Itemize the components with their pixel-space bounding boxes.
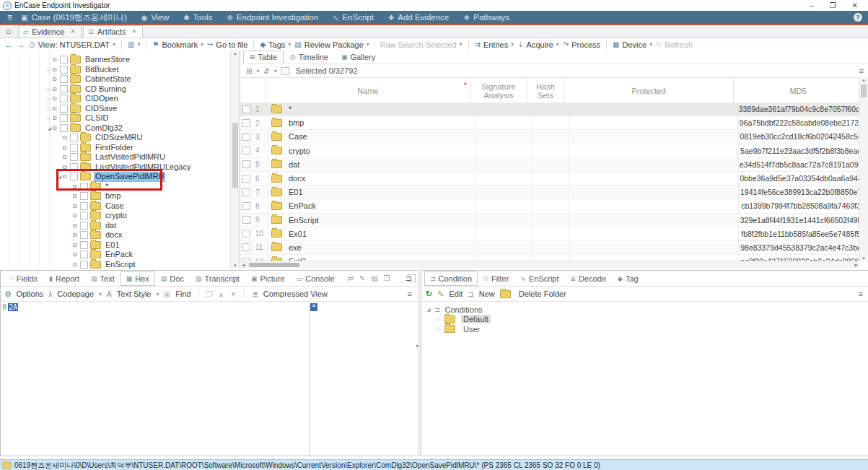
delete-folder-label[interactable]: Delete Folder	[519, 290, 566, 298]
forward-button[interactable]: →	[17, 40, 25, 50]
expand-arrow-icon[interactable]: ▷	[46, 65, 53, 75]
tree-checkbox[interactable]	[60, 85, 68, 93]
table-view-tab[interactable]: ⊞ Table	[243, 51, 284, 64]
expand-arrow-icon[interactable]: ▷	[436, 316, 442, 322]
options-label[interactable]: Options	[16, 290, 43, 298]
expand-arrow-icon[interactable]: ▷	[436, 326, 442, 332]
tree-checkbox[interactable]	[80, 202, 88, 210]
set-include-icon[interactable]: D	[53, 55, 60, 65]
scroll-down-icon[interactable]: ▼	[231, 264, 240, 268]
home-icon[interactable]: ⌂	[6, 26, 11, 36]
set-include-icon[interactable]: D	[53, 84, 60, 95]
compressed-view-icon[interactable]: ≣	[252, 290, 258, 298]
set-include-icon[interactable]: D	[53, 74, 60, 84]
tree-checkbox[interactable]	[80, 231, 88, 239]
tree-checkbox[interactable]	[80, 212, 88, 219]
restore-button[interactable]: ❐	[830, 1, 836, 9]
tree-item[interactable]: ▷ D CLSID	[0, 113, 231, 123]
table-row[interactable]: 10 Ex01 fb8f2fbb1e11bb585fa85ee5e7485f52	[240, 227, 859, 241]
row-checkbox[interactable]	[242, 175, 250, 183]
scrollbar-thumb[interactable]	[861, 84, 867, 97]
tree-checkbox[interactable]	[80, 222, 88, 230]
tree-checkbox[interactable]	[60, 114, 68, 122]
table-row[interactable]: 7 E01 19414fe56ce389913ca22b0f8850e71	[240, 186, 859, 199]
set-include-icon[interactable]: D	[73, 191, 80, 201]
doc-tab[interactable]: ▱ Evidence ✕	[18, 25, 82, 38]
set-include-icon[interactable]: D	[73, 230, 80, 240]
menu-item[interactable]: ✚ Add Evidence	[388, 13, 449, 22]
tree-item[interactable]: D BannerStore	[0, 55, 231, 65]
table-row[interactable]: 4 crypto 5ae9b7f211e23aac3df5f2b8f3b8ead…	[240, 144, 859, 158]
scrollbar-thumb[interactable]	[249, 263, 299, 267]
entries-button[interactable]: ⇉ Entries ▾	[475, 40, 514, 49]
tree-item-label[interactable]: EnScript	[104, 260, 137, 269]
edit-label[interactable]: Edit	[449, 290, 463, 298]
tree-item[interactable]: D Case	[0, 201, 231, 212]
set-include-icon[interactable]: D	[63, 143, 70, 153]
tree-item[interactable]: D E01	[0, 240, 231, 251]
tree-item-label[interactable]: CIDSizeMRU	[94, 133, 144, 143]
tree-checkbox[interactable]	[60, 56, 68, 64]
hamburger-icon[interactable]: ≡	[7, 12, 12, 22]
condition-folder-label[interactable]: User	[461, 325, 482, 334]
table-horizontal-scrollbar[interactable]: ◀ ▶	[240, 261, 859, 269]
table-row[interactable]: 2 bmp 96a75bdbf222c58cabde08ebe2172c9	[240, 116, 859, 130]
set-include-icon[interactable]: D	[73, 260, 80, 269]
scroll-up-icon[interactable]: ▲	[859, 78, 868, 82]
tree-item[interactable]: D docx	[0, 230, 231, 240]
set-include-icon[interactable]: D	[63, 152, 70, 162]
tree-item-label[interactable]: CabinetState	[84, 74, 133, 84]
text-style-label[interactable]: Text Style	[117, 290, 152, 298]
find-label[interactable]: Find	[175, 290, 190, 298]
set-include-icon[interactable]: D	[53, 65, 60, 75]
process-button[interactable]: ↷ Process	[563, 40, 600, 49]
scroll-down-icon[interactable]: ▼	[859, 256, 868, 261]
tree-checkbox[interactable]	[80, 241, 88, 249]
tree-item-label[interactable]: EnPack	[104, 250, 134, 260]
tree-item-label[interactable]: ComDlg32	[84, 123, 124, 134]
chevron-down-icon[interactable]: ▾	[274, 68, 277, 74]
tree-checkbox[interactable]	[60, 75, 68, 83]
tree-checkbox[interactable]	[70, 134, 78, 142]
tree-vertical-scrollbar[interactable]: ▲ ▼	[230, 51, 240, 269]
condition-tab[interactable]: ▽ Filter	[478, 271, 514, 286]
export-icon[interactable]: ▤	[371, 274, 377, 282]
scroll-left-icon[interactable]: ◀	[242, 261, 245, 269]
set-include-icon[interactable]: D	[73, 221, 80, 231]
tree-item[interactable]: D dat	[0, 221, 231, 231]
set-include-icon[interactable]: D	[73, 250, 80, 260]
table-row[interactable]: 8 EnPack cb1399b7994f7bb28508a9fa7469f3b	[240, 199, 859, 213]
tree-item[interactable]: D bmp	[0, 191, 231, 201]
table-row[interactable]: 5 dat e34d514f7db5c8aac72a7c8191a0961	[240, 158, 859, 172]
refresh-icon[interactable]: ↻	[426, 290, 432, 299]
close-button[interactable]: ✕	[852, 1, 858, 9]
table-vertical-scrollbar[interactable]: ▲ ▼	[859, 77, 868, 261]
tree-item-label[interactable]: bmp	[104, 191, 122, 201]
scroll-right-icon[interactable]: ▶	[854, 261, 858, 269]
tree-checkbox[interactable]	[80, 251, 88, 258]
expand-arrow-icon[interactable]: ▷	[46, 84, 53, 95]
tags-button[interactable]: ◆ Tags ▾	[260, 40, 291, 49]
condition-menu-icon[interactable]: ≡	[859, 290, 863, 298]
menu-item[interactable]: ◉ View	[141, 13, 169, 22]
viewer-tab[interactable]: ∷ Fields	[4, 271, 43, 286]
expand-arrow-icon[interactable]: ◢	[46, 123, 53, 134]
chevron-down-icon[interactable]: ▾	[156, 291, 159, 297]
menu-item[interactable]: ✱ Tools	[183, 13, 212, 22]
hex-selected-byte[interactable]: 2A	[8, 303, 18, 311]
device-button[interactable]: ▦ Device ▾	[613, 40, 652, 49]
viewer-tab[interactable]: ▣ Picture	[245, 271, 291, 286]
bookmark-button[interactable]: ⚑ Bookmark ▾	[152, 40, 203, 49]
row-checkbox[interactable]	[242, 243, 250, 251]
hex-view[interactable]: 0 2A *	[1, 302, 418, 455]
column-header-protected[interactable]: Protected	[564, 78, 734, 103]
viewer-tab[interactable]: ▭ Console	[291, 271, 341, 286]
tree-item[interactable]: D FirstFolder	[0, 143, 231, 153]
table-row[interactable]: 3 Case 0819eb30cc2cd18cf6b02042458c5da	[240, 130, 859, 144]
tree-item-label[interactable]: CD Burning	[84, 84, 128, 95]
row-checkbox[interactable]	[242, 160, 250, 168]
tree-checkbox[interactable]	[60, 124, 68, 132]
row-checkbox[interactable]	[242, 202, 250, 210]
codepage-label[interactable]: Codepage	[57, 290, 94, 298]
tree-item-label[interactable]: LastVisitedPidlMRU	[94, 152, 167, 162]
